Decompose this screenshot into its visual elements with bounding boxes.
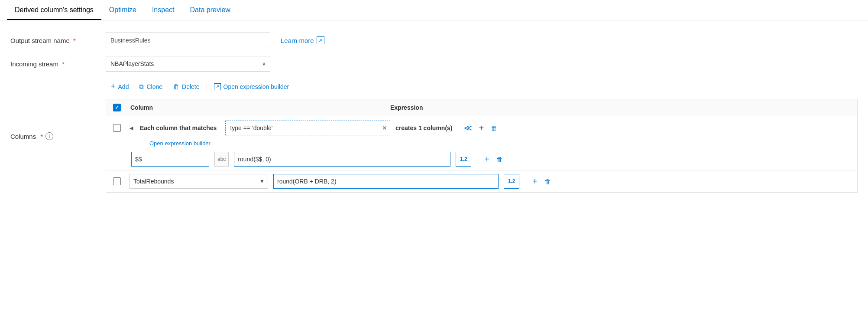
incoming-stream-required: * (62, 60, 65, 68)
external-link-icon: ↗ (317, 36, 324, 44)
row-rebounds-checkbox[interactable] (113, 177, 121, 185)
toolbar-separator (207, 82, 207, 91)
clone-button[interactable]: ⧉ Clone (134, 80, 168, 93)
sub-row-match: abc 1.2 + 🗑 (106, 149, 857, 170)
creates-text: creates 1 column(s) (395, 124, 453, 131)
columns-label-row: Columns * i + Add ⧉ Clone 🗑 (10, 79, 858, 193)
table-row-match: ◀ Each column that matches type == 'doub… (106, 116, 857, 140)
tab-derived-column-settings[interactable]: Derived column's settings (7, 0, 101, 20)
incoming-stream-label: Incoming stream * (10, 60, 106, 68)
rebounds-delete-btn[interactable]: 🗑 (542, 176, 554, 187)
expand-action-btn[interactable]: ≪ (461, 121, 475, 134)
clone-icon: ⧉ (139, 83, 144, 91)
output-stream-required: * (73, 37, 76, 44)
column-name-select-wrapper: TotalRebounds ▼ (130, 174, 268, 189)
rebounds-row-actions: + 🗑 (530, 175, 554, 188)
open-expression-builder-button[interactable]: ↗ Open expression builder (209, 81, 295, 93)
table-row-total-rebounds: TotalRebounds ▼ 1.2 + 🗑 (106, 170, 857, 193)
sub-row-actions: + 🗑 (482, 153, 505, 166)
add-icon: + (111, 82, 116, 91)
column-name-select[interactable]: TotalRebounds (130, 174, 268, 189)
delete-sub-row-btn[interactable]: 🗑 (488, 123, 500, 134)
tab-inspect[interactable]: Inspect (144, 0, 182, 20)
add-button[interactable]: + Add (106, 79, 134, 94)
columns-label: Columns * i (10, 132, 106, 140)
delete-icon: 🗑 (173, 83, 179, 90)
rebounds-add-btn[interactable]: + (530, 175, 540, 188)
expand-icon[interactable]: ◀ (130, 125, 133, 131)
col-type-badge: abc (214, 152, 229, 167)
sub-delete-btn[interactable]: 🗑 (494, 154, 505, 165)
tab-bar: Derived column's settings Optimize Inspe… (0, 0, 868, 20)
columns-section: Columns * i + Add ⧉ Clone 🗑 (10, 79, 858, 193)
tab-optimize[interactable]: Optimize (101, 0, 144, 20)
incoming-stream-row: Incoming stream * NBAPlayerStats ∨ (10, 56, 858, 72)
sub-add-btn[interactable]: + (482, 153, 492, 166)
match-text: Each column that matches (140, 124, 217, 131)
output-stream-label: Output stream name * (10, 37, 106, 44)
sub-num-badge: 1.2 (456, 152, 471, 167)
output-stream-input[interactable] (106, 33, 270, 48)
table-header: Column Expression (106, 99, 857, 116)
delete-button[interactable]: 🗑 Delete (168, 80, 204, 93)
incoming-stream-select-wrapper: NBAPlayerStats ∨ (106, 56, 270, 72)
open-expr-link-row: Open expression builder (106, 140, 857, 149)
row-match-actions: ≪ + 🗑 (461, 121, 500, 135)
add-sub-row-btn[interactable]: + (476, 121, 487, 135)
rebounds-expression-input[interactable] (273, 174, 499, 189)
toolbar: + Add ⧉ Clone 🗑 Delete ↗ Open expressi (106, 79, 858, 94)
columns-table: Column Expression ◀ Each column that (106, 99, 858, 193)
sub-expression-input[interactable] (234, 152, 450, 167)
open-expr-icon: ↗ (214, 83, 221, 90)
column-header-label: Column (130, 104, 153, 111)
tab-data-preview[interactable]: Data preview (182, 0, 238, 20)
match-expression-box[interactable]: type == 'double' ✕ (225, 121, 390, 135)
expression-clear-button[interactable]: ✕ (382, 125, 387, 131)
second-col-row: TotalRebounds ▼ 1.2 + 🗑 (106, 170, 857, 192)
sub-column-name-input[interactable] (131, 152, 209, 167)
columns-info-icon[interactable]: i (45, 132, 53, 140)
open-expression-builder-link[interactable]: Open expression builder (149, 140, 211, 147)
incoming-stream-select[interactable]: NBAPlayerStats (106, 56, 270, 72)
rebounds-num-badge: 1.2 (504, 174, 519, 189)
row-match-checkbox[interactable] (113, 124, 121, 132)
table-row-match-group: ◀ Each column that matches type == 'doub… (106, 116, 857, 170)
output-stream-row: Output stream name * Learn more ↗ (10, 33, 858, 48)
main-content: Output stream name * Learn more ↗ Incomi… (0, 20, 868, 209)
expression-header-label: Expression (390, 104, 423, 111)
learn-more-link[interactable]: Learn more ↗ (281, 36, 324, 44)
header-checkbox[interactable] (113, 104, 121, 111)
